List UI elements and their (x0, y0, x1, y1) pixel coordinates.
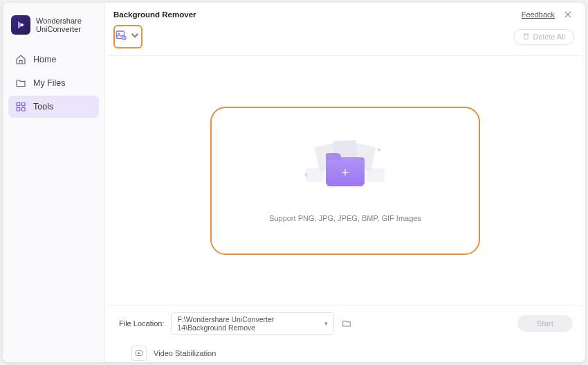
chevron-down-icon: ▾ (324, 320, 328, 327)
app-window: Wondershare UniConverter Home My Files (3, 3, 585, 362)
svg-rect-1 (17, 103, 20, 106)
panel-header: Background Remover Feedback (108, 6, 582, 22)
feedback-link[interactable]: Feedback (522, 10, 555, 19)
tools-icon (15, 101, 26, 112)
video-stabilization-icon (131, 346, 147, 361)
app-name-line2: UniConverter (36, 25, 82, 33)
add-image-icon (115, 29, 127, 44)
footer-left: File Location: F:\Wondershare UniConvert… (119, 312, 352, 335)
panel-body: ✦ ✦ ＋ Support PNG, JPG, JPEG, BMP, GIF I… (108, 56, 582, 305)
panel-toolbar: Delete All (108, 22, 582, 56)
app-name: Wondershare UniConverter (36, 17, 82, 33)
sidebar-item-home[interactable]: Home (8, 48, 99, 71)
drop-zone-illustration: ✦ ✦ ＋ (307, 139, 383, 195)
sidebar-item-label: Tools (33, 102, 53, 112)
svg-point-0 (21, 24, 24, 26)
sidebar-item-label: Home (33, 55, 56, 64)
chevron-down-icon (129, 29, 141, 44)
svg-rect-4 (21, 107, 25, 111)
support-formats-text: Support PNG, JPG, JPEG, BMP, GIF Images (269, 214, 421, 222)
sidebar-nav: Home My Files Tools (3, 44, 104, 122)
sidebar: Wondershare UniConverter Home My Files (3, 3, 105, 362)
home-icon (15, 54, 26, 65)
sidebar-item-label: My Files (33, 78, 66, 88)
sidebar-item-myfiles[interactable]: My Files (8, 72, 99, 94)
delete-all-label: Delete All (533, 33, 565, 41)
files-icon (15, 78, 26, 89)
tool-card-video-stabilization[interactable]: Video Stabilization (131, 346, 216, 361)
add-file-button[interactable] (113, 25, 143, 48)
folder-plus-icon: ＋ (326, 157, 365, 186)
file-location-label: File Location: (119, 319, 164, 328)
close-icon[interactable] (563, 10, 573, 19)
app-logo: Wondershare UniConverter (3, 10, 104, 44)
delete-all-button[interactable]: Delete All (513, 29, 574, 45)
file-location-path: F:\Wondershare UniConverter 14\Backgroun… (177, 315, 324, 332)
tool-card-label: Video Stabilization (154, 349, 216, 357)
file-location-select[interactable]: F:\Wondershare UniConverter 14\Backgroun… (171, 312, 334, 335)
panel-header-actions: Feedback (522, 10, 573, 19)
drop-zone[interactable]: ✦ ✦ ＋ Support PNG, JPG, JPEG, BMP, GIF I… (210, 107, 480, 255)
app-name-line1: Wondershare (36, 17, 82, 25)
panel-footer: File Location: F:\Wondershare UniConvert… (108, 305, 582, 343)
svg-rect-2 (21, 103, 25, 106)
logo-icon (11, 15, 30, 35)
svg-rect-3 (17, 107, 20, 111)
start-button[interactable]: Start (517, 315, 573, 332)
open-folder-button[interactable] (341, 319, 352, 328)
trash-icon (522, 33, 530, 42)
background-remover-panel: Background Remover Feedback (108, 6, 582, 343)
sidebar-item-tools[interactable]: Tools (8, 96, 99, 118)
panel-title: Background Remover (113, 10, 196, 19)
